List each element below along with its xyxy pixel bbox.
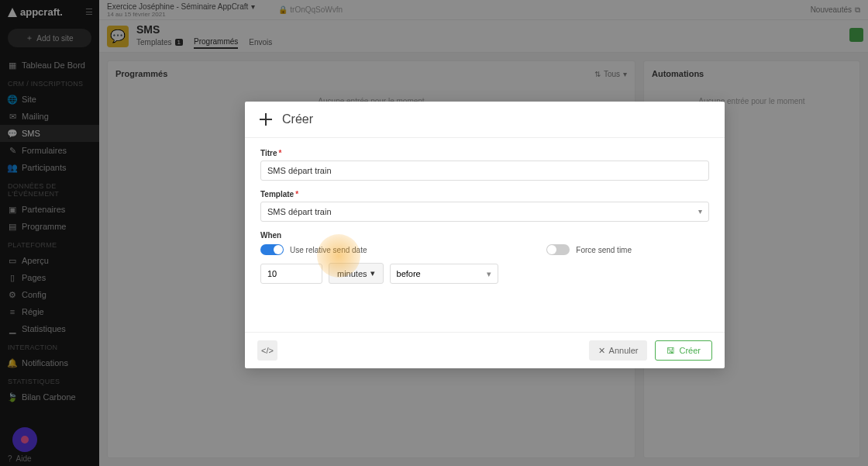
cancel-button[interactable]: ✕Annuler (589, 340, 648, 361)
force-toggle-label: Force send time (576, 246, 632, 254)
befaft-value: before (397, 269, 421, 278)
close-icon: ✕ (598, 346, 605, 356)
chevron-down-icon: ▾ (370, 268, 375, 278)
cancel-label: Annuler (609, 346, 639, 355)
create-button[interactable]: 🖫Créer (655, 340, 712, 361)
before-after-select[interactable]: before (390, 264, 498, 284)
code-view-button[interactable]: </> (257, 340, 277, 361)
relative-toggle[interactable] (260, 244, 284, 255)
titre-label: Titre* (260, 149, 709, 157)
template-select[interactable]: SMS départ train (260, 202, 709, 222)
modal-title: Créer (282, 112, 313, 126)
titre-input[interactable] (260, 161, 709, 181)
template-value: SMS départ train (267, 207, 332, 216)
modal-header: Créer (245, 102, 725, 138)
unit-select[interactable]: minutes▾ (329, 263, 384, 284)
relative-toggle-label: Use relative send date (290, 246, 367, 254)
modal-footer: </> ✕Annuler 🖫Créer (245, 332, 725, 368)
template-label: Template* (260, 190, 709, 198)
code-icon: </> (261, 346, 274, 355)
number-input[interactable] (260, 264, 322, 284)
when-label: When (260, 231, 709, 240)
plus-icon (257, 111, 274, 128)
create-label: Créer (679, 346, 701, 355)
unit-value: minutes (337, 269, 367, 278)
force-toggle[interactable] (546, 244, 570, 255)
create-modal: Créer Titre* Template* SMS départ train … (245, 102, 725, 368)
save-icon: 🖫 (666, 346, 675, 355)
